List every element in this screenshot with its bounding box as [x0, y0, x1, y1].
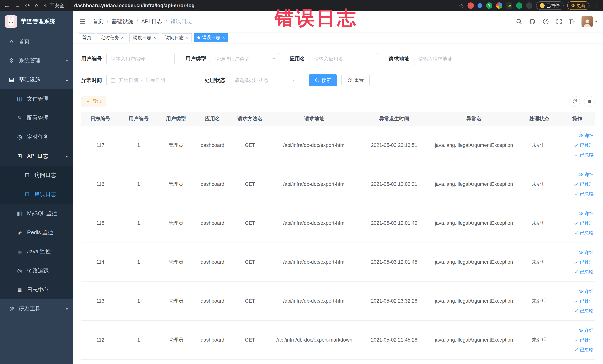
breadcrumb: 首页/基础设施/API 日志/错误日志 [93, 18, 192, 25]
action-ignored[interactable]: 已忽略 [560, 189, 594, 199]
close-tab-icon[interactable]: × [153, 35, 156, 40]
close-tab-icon[interactable]: × [222, 35, 225, 40]
action-detail[interactable]: 详细 [560, 286, 594, 296]
check-icon [574, 308, 578, 313]
action-processed[interactable]: 已处理 [560, 218, 594, 228]
action-ignored[interactable]: 已忽略 [560, 345, 594, 354]
fullscreen-icon[interactable] [556, 18, 563, 25]
site-security[interactable]: ⚠ 不安全 [43, 2, 64, 9]
user-menu[interactable]: ▾ [581, 16, 597, 27]
action-ignored[interactable]: 已忽略 [560, 228, 594, 237]
app-name-input[interactable] [310, 53, 378, 65]
sidebar-item-9[interactable]: ▥MySQL 监控 [0, 204, 73, 223]
sidebar-item-12[interactable]: ◎链路追踪 [0, 261, 73, 280]
cell-actions: 详细已处理已忽略 [560, 320, 595, 359]
extension-icon[interactable] [467, 2, 474, 9]
eye-icon [579, 211, 583, 216]
bookmark-star-icon[interactable]: ☆ [459, 2, 464, 9]
action-processed[interactable]: 已处理 [560, 335, 594, 345]
search-icon[interactable] [515, 18, 522, 25]
sidebar-item-7[interactable]: ⊡访问日志 [0, 165, 73, 185]
action-detail[interactable]: 详细 [560, 209, 594, 218]
cell-log-id: 117 [81, 126, 120, 165]
user-type-placeholder: 请选择用户类型 [215, 56, 249, 62]
search-button[interactable]: 搜索 [309, 74, 337, 86]
sidebar-item-10[interactable]: ◈Redis 监控 [0, 223, 73, 242]
action-detail[interactable]: 详细 [560, 170, 594, 179]
table-body: 1171管理员dashboardGET/api/infra/db-doc/exp… [81, 126, 595, 359]
sidebar-item-8[interactable]: ⊡错误日志 [0, 185, 73, 204]
help-icon[interactable] [542, 18, 549, 25]
action-ignored[interactable]: 已忽略 [560, 306, 594, 316]
sidebar-item-13[interactable]: ≣日志中心 [0, 280, 73, 299]
extension-icon[interactable] [516, 2, 522, 9]
action-detail[interactable]: 详细 [560, 131, 594, 140]
tab-0[interactable]: 首页 [79, 33, 95, 42]
column-header: 异常名 [429, 112, 519, 126]
action-detail[interactable]: 详细 [560, 247, 594, 257]
start-date-placeholder: 开始日期 [119, 77, 138, 84]
github-icon[interactable] [529, 18, 536, 25]
extension-icon[interactable] [526, 2, 532, 9]
extension-icon[interactable]: on [506, 2, 512, 9]
table-row: 1171管理员dashboardGET/api/infra/db-doc/exp… [81, 126, 595, 165]
cell-actions: 详细已处理已忽略 [560, 165, 595, 204]
action-ignored[interactable]: 已忽略 [560, 267, 594, 276]
action-processed[interactable]: 已处理 [560, 140, 594, 150]
breadcrumb-item[interactable]: 基础设施 [112, 18, 133, 25]
tab-4[interactable]: 错误日志× [194, 33, 228, 42]
sidebar-item-5[interactable]: ◷定时任务 [0, 127, 73, 146]
action-processed[interactable]: 已处理 [560, 257, 594, 267]
sidebar-item-0[interactable]: ⌂首页 [0, 32, 73, 51]
filter-exception-time: 异常时间 开始日期 - 结束日期 [81, 74, 194, 86]
sidebar-item-4[interactable]: ✎配置管理 [0, 108, 73, 127]
refresh-button[interactable] [569, 96, 580, 107]
process-status-select[interactable]: 请选择处理状态 ▾ [230, 74, 298, 86]
action-processed[interactable]: 已处理 [560, 296, 594, 306]
cell-status: 未处理 [519, 243, 559, 282]
user-type-select[interactable]: 请选择用户类型 ▾ [210, 53, 279, 65]
sidebar-item-2[interactable]: ▤基础设施▴ [0, 70, 73, 89]
column-header: 用户类型 [158, 112, 194, 126]
menu-dots-icon[interactable]: ⋮ [593, 2, 599, 9]
update-button[interactable]: ⟳ 更新 [567, 1, 590, 10]
export-button[interactable]: 导出 [81, 96, 106, 107]
forward-icon[interactable]: → [15, 2, 20, 9]
breadcrumb-item[interactable]: API 日志 [141, 18, 162, 25]
tab-1[interactable]: 定时任务× [97, 33, 127, 42]
sidebar-item-1[interactable]: ⚙系统管理▾ [0, 51, 73, 70]
breadcrumb-item[interactable]: 首页 [93, 18, 104, 25]
sidebar-item-label: 定时任务 [27, 133, 48, 141]
sidebar-item-14[interactable]: ⚒研发工具▾ [0, 299, 73, 318]
reset-button[interactable]: 重置 [341, 74, 370, 86]
request-url-input[interactable] [414, 53, 482, 65]
mysql-icon: ▥ [16, 210, 24, 217]
date-range-picker[interactable]: 开始日期 - 结束日期 [106, 74, 194, 86]
eye-icon [579, 250, 583, 255]
sidebar-item-6[interactable]: ⊞API 日志▴ [0, 146, 73, 165]
action-detail[interactable]: 详细 [560, 325, 594, 335]
action-processed[interactable]: 已处理 [560, 179, 594, 189]
action-ignored[interactable]: 已忽略 [560, 150, 594, 160]
app-logo[interactable]: 芋道管理系统 [0, 11, 73, 32]
column-settings-button[interactable] [584, 96, 595, 107]
extension-icon[interactable]: Y [486, 2, 492, 9]
font-size-icon[interactable]: TT [569, 18, 575, 25]
chevron-down-icon: ▾ [292, 78, 294, 82]
home-icon[interactable]: ⌂ [35, 2, 38, 9]
cell-actions: 详细已处理已忽略 [560, 243, 595, 282]
back-icon[interactable]: ← [4, 2, 10, 9]
reload-icon[interactable]: ⟳ [25, 2, 30, 9]
sidebar-item-3[interactable]: ◫文件管理 [0, 89, 73, 108]
paused-badge[interactable]: 已暂停 [536, 1, 564, 10]
close-tab-icon[interactable]: × [186, 35, 188, 40]
address-bar[interactable]: dashboard.yudao.iocoder.cn/infra/log/api… [74, 3, 454, 9]
user-id-input[interactable] [106, 53, 175, 65]
extension-icon[interactable] [496, 2, 502, 9]
extension-icon[interactable] [477, 3, 482, 8]
sidebar-toggle-icon[interactable] [79, 18, 86, 25]
tab-3[interactable]: 访问日志× [162, 33, 192, 42]
sidebar-item-11[interactable]: ☕Java 监控 [0, 242, 73, 261]
close-tab-icon[interactable]: × [121, 35, 124, 40]
tab-2[interactable]: 调度日志× [129, 33, 159, 42]
